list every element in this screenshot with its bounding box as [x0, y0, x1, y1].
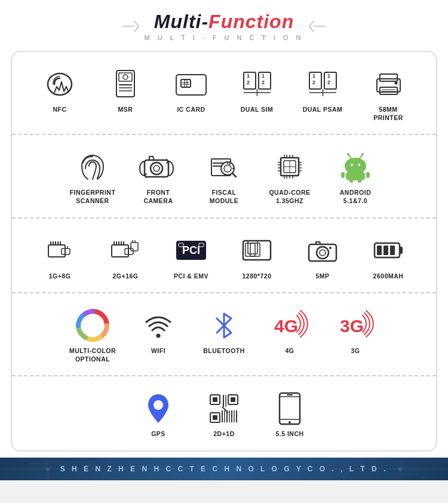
- svg-line-140: [222, 407, 228, 413]
- android-icon: [337, 149, 373, 185]
- dualpsam-icon: 1 2 1 2: [305, 66, 340, 102]
- svg-rect-126: [213, 397, 217, 402]
- camera-icon: [305, 233, 340, 269]
- list-item: 2D+1D: [191, 386, 257, 444]
- fingerprint-icon: [75, 149, 111, 185]
- wifi-icon: [140, 308, 176, 343]
- section-1-grid: NFC MSR: [18, 62, 430, 128]
- svg-rect-48: [213, 162, 223, 164]
- svg-rect-81: [358, 178, 361, 183]
- svg-point-39: [154, 165, 159, 171]
- svg-line-73: [348, 155, 351, 158]
- svg-line-74: [360, 155, 363, 158]
- svg-rect-116: [400, 247, 403, 254]
- svg-rect-32: [380, 74, 397, 81]
- multicolor-icon: [75, 308, 111, 343]
- multicolor-label: MULTI-COLOROPTIONAL: [69, 347, 116, 363]
- list-item: FISCALMODULE: [191, 145, 257, 211]
- svg-rect-78: [341, 172, 345, 178]
- fiscal-icon: [206, 149, 242, 185]
- dualpsam-label: DUAL PSAM: [303, 106, 343, 114]
- footer-text: S H E N Z H E N H C C T E C H N O L O G …: [60, 465, 388, 473]
- svg-point-70: [345, 158, 366, 174]
- list-item: WIFI: [125, 303, 191, 369]
- gps-label: GPS: [151, 430, 165, 438]
- gps-icon: [140, 391, 176, 427]
- list-item: 1G+8G: [27, 228, 93, 287]
- svg-text:4G: 4G: [274, 316, 298, 336]
- page-subtitle: M U L T I - F U N C T I O N: [144, 34, 303, 41]
- list-item: 4G 4G: [257, 303, 323, 369]
- svg-point-113: [320, 250, 326, 256]
- svg-point-120: [85, 318, 100, 333]
- svg-rect-33: [380, 87, 397, 94]
- section-2-grid: FINGERPRINTSCANNER: [18, 145, 430, 211]
- main-card: NFC MSR: [11, 51, 437, 452]
- svg-rect-119: [390, 246, 395, 255]
- list-item: 1280*720: [224, 228, 290, 287]
- list-item: GPS: [125, 386, 191, 444]
- dualsim-icon: 1 2 1 2: [239, 66, 275, 102]
- svg-text:3G: 3G: [340, 316, 364, 336]
- outer-container: Multi-Function M U L T I - F U N C T I O…: [0, 0, 448, 480]
- android-label: ANDROID5.1&7.0: [340, 189, 372, 205]
- svg-point-124: [154, 400, 163, 410]
- list-item: PCI PCI & EMV: [158, 228, 224, 287]
- memory2-icon: [108, 233, 143, 269]
- list-item: 5MP: [290, 228, 355, 287]
- list-item: IC CARD: [158, 62, 224, 128]
- battery-label: 2600MAH: [373, 272, 404, 281]
- svg-text:1: 1: [312, 73, 315, 79]
- svg-rect-91: [112, 245, 128, 257]
- list-item: 5.5 INCH: [257, 386, 323, 444]
- resolution-label: 1280*720: [243, 272, 272, 281]
- svg-point-38: [151, 162, 162, 174]
- svg-rect-145: [287, 394, 293, 395]
- list-item: ANDROID5.1&7.0: [323, 145, 388, 211]
- fingerprint-label: FINGERPRINTSCANNER: [70, 189, 116, 205]
- frontcamera-icon: [140, 149, 176, 185]
- svg-text:1: 1: [262, 73, 265, 79]
- svg-rect-82: [48, 245, 65, 257]
- memory1-icon: [42, 233, 78, 269]
- wifi-label: WIFI: [151, 347, 165, 355]
- list-item: 1 2 1 2 DUAL PSAM: [290, 62, 355, 128]
- svg-rect-79: [366, 172, 370, 178]
- list-item: 58MMPRINTER: [355, 62, 421, 128]
- 4g-icon: 4G: [272, 308, 308, 343]
- list-item: NFC: [27, 62, 93, 128]
- section-4-grid: MULTI-COLOROPTIONAL WIFI: [18, 303, 430, 369]
- nfc-label: NFC: [53, 106, 66, 114]
- svg-point-75: [347, 153, 349, 155]
- camera-5mp-label: 5MP: [315, 272, 329, 281]
- msr-label: MSR: [118, 106, 133, 114]
- section-2: FINGERPRINTSCANNER: [12, 135, 436, 218]
- section-5-grid: GPS: [18, 386, 430, 444]
- svg-point-112: [317, 247, 329, 259]
- msr-icon: [108, 66, 143, 102]
- printer-icon: [370, 66, 406, 102]
- svg-rect-49: [213, 165, 221, 167]
- svg-line-47: [232, 173, 236, 177]
- iccard-label: IC CARD: [177, 106, 205, 114]
- quadcore-label: QUAD-CORE1.35GHZ: [269, 189, 310, 205]
- bracket-right-icon: [309, 20, 326, 33]
- list-item: BLUETOOTH: [191, 303, 257, 369]
- svg-text:2: 2: [262, 79, 265, 85]
- section-3: 1G+8G: [12, 219, 436, 294]
- list-item: 2G+16G: [93, 228, 158, 287]
- svg-rect-117: [377, 246, 382, 255]
- header: Multi-Function M U L T I - F U N C T I O…: [0, 0, 448, 45]
- section-1: NFC MSR: [12, 52, 436, 135]
- memory2-label: 2G+16G: [113, 272, 139, 281]
- svg-text:2: 2: [247, 79, 250, 85]
- dualsim-label: DUAL SIM: [241, 106, 274, 114]
- 3g-icon: 3G: [337, 308, 373, 343]
- pci-label: PCI & EMV: [174, 272, 208, 281]
- phone-icon: [272, 391, 308, 427]
- bluetooth-icon: [206, 308, 242, 343]
- pci-icon: PCI: [173, 233, 209, 269]
- svg-point-71: [351, 164, 353, 166]
- svg-rect-118: [383, 246, 388, 255]
- section-4: MULTI-COLOROPTIONAL WIFI: [12, 293, 436, 376]
